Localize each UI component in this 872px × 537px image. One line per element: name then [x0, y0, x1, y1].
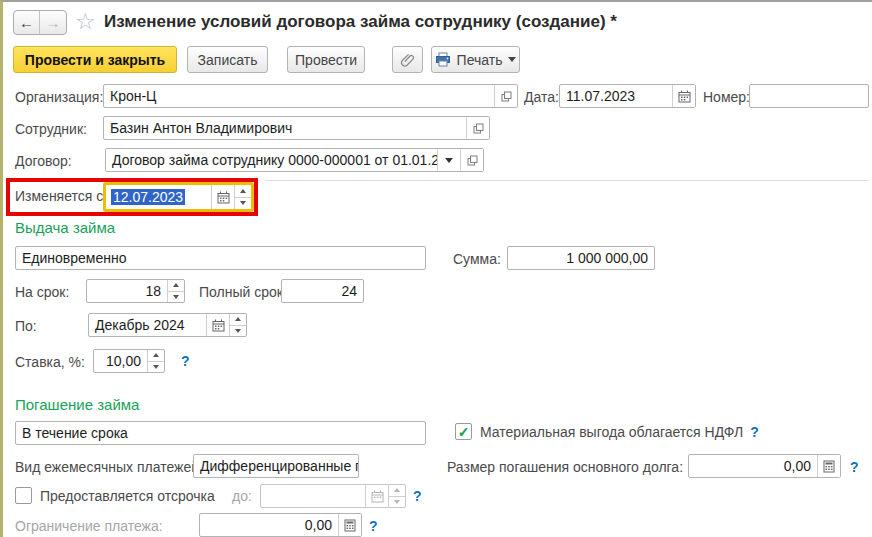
deferral-calendar-button[interactable] [365, 485, 388, 507]
number-label: Номер: [703, 89, 750, 105]
calendar-icon [678, 90, 691, 103]
principal-size-field[interactable]: 0,00 [688, 454, 841, 478]
sum-label: Сумма: [453, 251, 501, 267]
employee-open-button[interactable] [466, 117, 489, 139]
change-from-spinner[interactable] [234, 185, 251, 209]
print-dropdown-caret-icon [508, 57, 516, 62]
loan-change-form-window: { "window": { "title": "Изменение услови… [0, 0, 872, 537]
calendar-icon [371, 490, 384, 503]
printer-icon [435, 52, 451, 67]
sum-field[interactable]: 1 000 000,00 [507, 246, 655, 270]
organization-label: Организация: [15, 89, 103, 105]
issue-method-field[interactable]: Единовременно [15, 246, 426, 270]
material-benefit-checkbox[interactable]: ✓ [455, 423, 472, 440]
calendar-icon [212, 319, 225, 332]
employee-label: Сотрудник: [15, 121, 87, 137]
payment-type-value: Дифференцированные пл [194, 455, 358, 477]
date-field[interactable]: 11.07.2023 [559, 84, 696, 108]
payment-type-label: Вид ежемесячных платежей: [15, 459, 203, 475]
payment-limit-field[interactable]: 0,00 [199, 513, 362, 537]
attachments-button[interactable] [392, 46, 423, 73]
calculator-icon [344, 519, 356, 532]
rate-help-icon[interactable]: ? [181, 353, 190, 369]
contract-label: Договор: [15, 153, 72, 169]
deferral-checkbox[interactable] [15, 487, 32, 504]
principal-size-label: Размер погашения основного долга: [447, 459, 683, 475]
payment-limit-label: Ограничение платежа: [15, 518, 163, 534]
until-field[interactable]: Декабрь 2024 [88, 313, 247, 337]
sum-value: 1 000 000,00 [508, 247, 654, 269]
change-from-value: 12.07.2023 [106, 185, 211, 209]
nav-button-group: ← → [13, 10, 67, 35]
open-link-icon [473, 123, 484, 134]
change-from-label: Изменяется с: [15, 188, 107, 204]
term-value: 18 [87, 280, 167, 302]
deferral-until-field[interactable] [260, 484, 406, 508]
full-term-field[interactable]: 24 [281, 279, 364, 303]
full-term-label: Полный срок: [199, 284, 287, 300]
open-link-icon [467, 155, 478, 166]
page-title: Изменение условий договора займа сотрудн… [104, 12, 617, 32]
forward-arrow-icon: → [46, 14, 61, 31]
write-button[interactable]: Записать [187, 46, 268, 73]
rate-spinner[interactable] [147, 350, 164, 372]
repayment-method-field[interactable]: В течение срока [15, 421, 426, 445]
payment-limit-value: 0,00 [200, 514, 338, 536]
employee-field[interactable]: Базин Антон Владимирович [103, 116, 490, 140]
payment-type-field[interactable]: Дифференцированные пл [193, 454, 359, 478]
date-calendar-button[interactable] [672, 85, 695, 107]
deferral-spinner[interactable] [388, 485, 405, 507]
employee-value: Базин Антон Владимирович [104, 117, 466, 139]
change-from-calendar-button[interactable] [211, 185, 234, 209]
principal-size-calculator-button[interactable] [817, 455, 840, 477]
post-and-close-button[interactable]: Провести и закрыть [13, 46, 177, 73]
back-button[interactable]: ← [14, 11, 40, 34]
organization-value: Крон-Ц [104, 85, 494, 107]
material-benefit-label: Материальная выгода облагается НДФЛ [480, 424, 743, 440]
principal-size-value: 0,00 [689, 455, 817, 477]
until-spinner[interactable] [229, 314, 246, 336]
full-term-value: 24 [282, 280, 363, 302]
repayment-method-value: В течение срока [16, 422, 425, 444]
term-label: На срок: [15, 284, 69, 300]
contract-open-button[interactable] [460, 149, 483, 171]
issue-section-title: Выдача займа [15, 219, 115, 236]
date-label: Дата: [524, 89, 559, 105]
rate-field[interactable]: 10,00 [93, 349, 165, 373]
favorite-star-icon[interactable]: ☆ [75, 8, 96, 35]
post-button[interactable]: Провести [287, 46, 365, 73]
back-arrow-icon: ← [19, 14, 34, 31]
payment-limit-help-icon[interactable]: ? [369, 518, 378, 534]
payment-limit-calculator-button[interactable] [338, 514, 361, 536]
issue-method-value: Единовременно [16, 247, 425, 269]
organization-open-button[interactable] [494, 85, 517, 107]
number-value [750, 85, 868, 107]
organization-field[interactable]: Крон-Ц [103, 84, 518, 108]
print-button-label: Печать [457, 52, 503, 68]
repayment-section-title: Погашение займа [15, 396, 139, 413]
deferral-help-icon[interactable]: ? [413, 488, 422, 504]
selected-text: 12.07.2023 [111, 189, 185, 205]
term-spinner[interactable] [167, 280, 184, 302]
rate-label: Ставка, %: [15, 354, 85, 370]
term-field[interactable]: 18 [86, 279, 185, 303]
deferral-until-value [261, 485, 365, 507]
contract-value: Договор займа сотруднику 0000-000001 от … [106, 149, 437, 171]
print-button[interactable]: Печать [431, 46, 520, 73]
open-link-icon [501, 91, 512, 102]
change-from-field[interactable]: 12.07.2023 [103, 182, 254, 212]
rate-value: 10,00 [94, 350, 147, 372]
section-separator [265, 180, 869, 181]
number-field[interactable] [749, 84, 869, 108]
paperclip-icon [400, 52, 416, 68]
forward-button[interactable]: → [40, 11, 66, 34]
contract-field[interactable]: Договор займа сотруднику 0000-000001 от … [105, 148, 484, 172]
date-value: 11.07.2023 [560, 85, 672, 107]
contract-dropdown-button[interactable] [437, 149, 460, 171]
until-calendar-button[interactable] [206, 314, 229, 336]
calendar-icon [217, 191, 230, 204]
material-benefit-help-icon[interactable]: ? [750, 424, 759, 440]
principal-size-help-icon[interactable]: ? [850, 459, 859, 475]
deferral-until-label: до: [232, 488, 252, 504]
deferral-label: Предоставляется отсрочка [40, 488, 215, 504]
